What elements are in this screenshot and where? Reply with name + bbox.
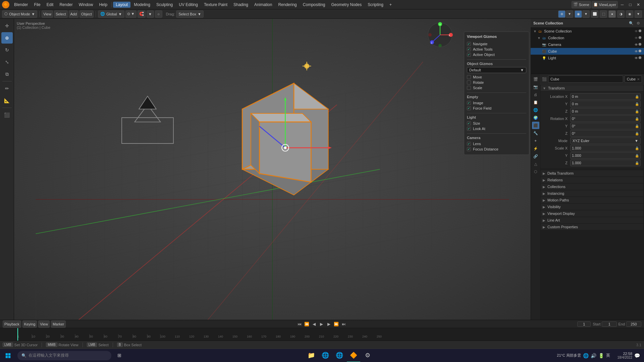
- tool-add-cube[interactable]: ⬛: [1, 109, 13, 121]
- menu-file[interactable]: File: [31, 2, 43, 8]
- mode-selector[interactable]: ⬡ Object Mode ▼: [2, 10, 37, 18]
- taskbar-settings[interactable]: ⚙: [361, 349, 374, 362]
- location-z-field[interactable]: 0 m 🔒: [570, 108, 641, 115]
- custom-properties-section[interactable]: ▶ Custom Properties: [541, 224, 643, 230]
- props-tab-object[interactable]: ⬛: [532, 122, 539, 129]
- collection-render[interactable]: [639, 36, 641, 39]
- xray-toggle[interactable]: ⬜: [591, 10, 598, 18]
- collection-eye[interactable]: 👁: [635, 36, 638, 40]
- workspace-uv-editing[interactable]: UV Editing: [176, 2, 201, 8]
- proportional-toggle[interactable]: ○: [155, 10, 162, 18]
- scale-z-field[interactable]: 1.000 🔒: [570, 160, 641, 166]
- window-close[interactable]: ✕: [635, 1, 642, 8]
- menu-help[interactable]: Help: [96, 2, 110, 8]
- rotation-z-lock[interactable]: 🔒: [635, 132, 639, 135]
- tool-move[interactable]: ⊕: [1, 32, 13, 44]
- tray-notifications[interactable]: 💬: [634, 353, 640, 358]
- gizmo-lens-item[interactable]: Lens: [467, 141, 526, 146]
- overlay-toggle[interactable]: ◉: [575, 10, 582, 18]
- instancing-section[interactable]: ▶ Instancing: [541, 190, 643, 196]
- relations-section[interactable]: ▶ Relations: [541, 177, 643, 183]
- pivot-selector[interactable]: ⊙ ▼: [125, 10, 137, 18]
- workspace-compositing[interactable]: Compositing: [300, 2, 328, 8]
- gizmo-rotate-item[interactable]: Rotate: [467, 80, 526, 85]
- object-menu[interactable]: Object: [79, 10, 94, 18]
- collections-section[interactable]: ▶ Collections: [541, 184, 643, 190]
- gizmo-move-cb[interactable]: [467, 75, 471, 79]
- gizmo-force-field-item[interactable]: Force Field: [467, 106, 526, 111]
- 3d-viewport[interactable]: User Perspective (1) Collection | Cube V…: [14, 19, 531, 320]
- taskbar-file-explorer[interactable]: 📁: [305, 349, 318, 362]
- outliner-item-light[interactable]: 💡 Light 👁: [531, 55, 644, 61]
- rotation-y-field[interactable]: 0° 🔒: [570, 123, 641, 129]
- taskbar-edge[interactable]: 🌐: [319, 349, 332, 362]
- rotation-z-input[interactable]: 0° 🔒: [570, 130, 641, 137]
- view-menu[interactable]: View: [42, 10, 53, 18]
- shading-options[interactable]: ▼: [635, 10, 642, 18]
- rotation-x-input[interactable]: 0° 🔒: [570, 115, 641, 122]
- workspace-modeling[interactable]: Modeling: [131, 2, 153, 8]
- props-tab-scene2[interactable]: 🌐: [532, 106, 539, 114]
- timeline-jump-end[interactable]: ⏭: [341, 321, 347, 327]
- window-minimize[interactable]: ─: [619, 1, 626, 8]
- tool-rotate[interactable]: ↻: [1, 44, 13, 56]
- gizmo-focus-distance-cb[interactable]: [467, 147, 471, 151]
- location-z-input[interactable]: 0 m 🔒: [570, 108, 641, 115]
- gizmo-scale-cb[interactable]: [467, 86, 471, 90]
- rotation-z-field[interactable]: 0° 🔒: [570, 130, 641, 137]
- end-frame-field[interactable]: 250: [626, 321, 641, 327]
- gizmo-active-tools-item[interactable]: Active Tools: [467, 47, 526, 52]
- menu-edit[interactable]: Edit: [44, 2, 56, 8]
- drag-selector[interactable]: Select Box ▼: [176, 10, 203, 18]
- scene-collection-render[interactable]: [639, 29, 641, 32]
- tray-lang[interactable]: 英: [606, 353, 610, 358]
- shading-wire[interactable]: ⬚: [600, 10, 607, 18]
- timeline-next-frame[interactable]: ⏩: [333, 321, 339, 327]
- motion-paths-section[interactable]: ▶ Motion Paths: [541, 197, 643, 203]
- props-tab-output[interactable]: 🖨: [532, 91, 539, 98]
- scale-y-field[interactable]: 1.000 🔒: [570, 152, 641, 159]
- scale-x-input[interactable]: 1.000 🔒: [570, 145, 641, 152]
- props-tab-material[interactable]: ⬡: [532, 168, 539, 175]
- select-menu[interactable]: Select: [54, 10, 68, 18]
- timeline-playback-menu[interactable]: Playback: [3, 320, 21, 328]
- props-tab-render[interactable]: 📷: [532, 83, 539, 90]
- orientation-selector[interactable]: 🌐 Global ▼: [98, 10, 124, 18]
- timeline-keying-menu[interactable]: Keying: [22, 320, 37, 328]
- timeline-play[interactable]: ▶: [319, 321, 325, 327]
- window-scene-selector[interactable]: 🎬 Scene: [572, 1, 591, 8]
- props-tab-modifier[interactable]: 🔧: [532, 129, 539, 137]
- outliner-item-collection[interactable]: ▼ 🗂 Collection 👁: [531, 35, 644, 41]
- workspace-scripting[interactable]: Scripting: [365, 2, 386, 8]
- rotation-x-field[interactable]: 0° 🔒: [570, 115, 641, 122]
- props-tab-view-layer[interactable]: 📋: [532, 99, 539, 106]
- cube-eye[interactable]: 👁: [635, 50, 638, 53]
- current-frame-display[interactable]: 1: [577, 321, 591, 327]
- timeline-next-keyframe[interactable]: ▶: [326, 321, 332, 327]
- scale-z-input[interactable]: 1.000 🔒: [570, 160, 641, 166]
- shading-rendered[interactable]: ◉: [626, 10, 633, 18]
- location-y-input[interactable]: 0 m 🔒: [570, 101, 641, 107]
- taskbar-chrome[interactable]: 🌐: [333, 349, 346, 362]
- gizmo-force-field-cb[interactable]: [467, 106, 471, 110]
- workspace-geometry-nodes[interactable]: Geometry Nodes: [329, 2, 365, 8]
- snap-toggle[interactable]: 🧲: [138, 10, 146, 18]
- light-eye[interactable]: 👁: [635, 56, 638, 60]
- workspace-rendering[interactable]: Rendering: [275, 2, 299, 8]
- scale-x-field[interactable]: 1.000 🔒: [570, 145, 641, 152]
- 3d-axis-gizmo[interactable]: X Y Z: [427, 21, 453, 48]
- tray-battery[interactable]: 🔋: [598, 353, 604, 358]
- tool-cursor[interactable]: ✛: [1, 20, 13, 32]
- workspace-sculpting[interactable]: Sculpting: [154, 2, 175, 8]
- tray-network[interactable]: 🌐: [583, 353, 589, 358]
- gizmo-active-object-item[interactable]: Active Object: [467, 52, 526, 57]
- gizmo-image-item[interactable]: Image: [467, 100, 526, 106]
- transform-section-header[interactable]: ▼ Transform: [541, 85, 643, 91]
- gizmo-scale-item[interactable]: Scale: [467, 85, 526, 90]
- location-z-lock[interactable]: 🔒: [635, 110, 639, 113]
- tray-sound[interactable]: 🔊: [591, 353, 596, 358]
- rotation-y-input[interactable]: 0° 🔒: [570, 123, 641, 129]
- gizmo-image-cb[interactable]: [467, 101, 471, 105]
- tool-measure[interactable]: 📐: [1, 95, 13, 106]
- workspace-add[interactable]: +: [387, 2, 394, 8]
